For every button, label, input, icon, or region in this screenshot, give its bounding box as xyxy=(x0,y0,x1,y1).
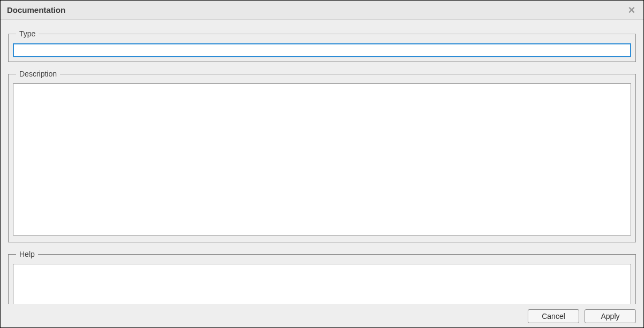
apply-button[interactable]: Apply xyxy=(585,309,636,323)
description-textarea[interactable] xyxy=(13,83,631,235)
help-fieldset: Help xyxy=(8,250,636,304)
help-textarea[interactable] xyxy=(13,264,631,304)
title-bar: Documentation × xyxy=(1,1,643,20)
cancel-button[interactable]: Cancel xyxy=(528,309,579,323)
description-legend: Description xyxy=(16,70,60,78)
dialog-title: Documentation xyxy=(7,5,65,14)
type-legend: Type xyxy=(16,29,39,38)
close-icon[interactable]: × xyxy=(625,4,638,17)
button-bar: Cancel Apply xyxy=(1,304,643,327)
content-scroll-area[interactable]: Type Description Help xyxy=(1,20,643,304)
help-legend: Help xyxy=(16,250,38,258)
documentation-dialog: Documentation × Type Description Help Ca… xyxy=(1,1,643,327)
description-fieldset: Description xyxy=(8,70,636,242)
type-input[interactable] xyxy=(13,43,631,57)
type-fieldset: Type xyxy=(8,29,636,62)
